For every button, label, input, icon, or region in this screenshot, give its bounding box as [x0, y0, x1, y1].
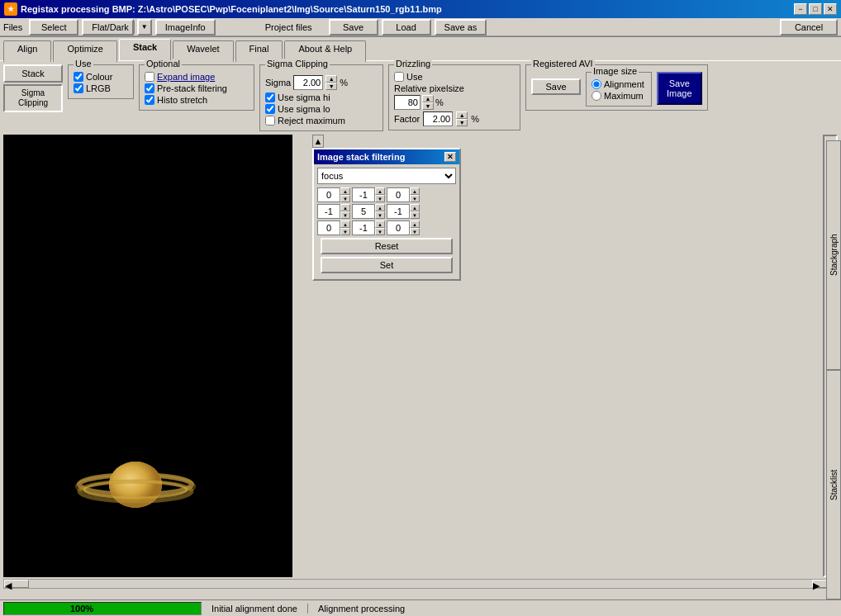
expand-image-checkbox[interactable]: [145, 72, 154, 82]
use-sigma-hi-label: Use sigma hi: [278, 92, 330, 102]
matrix-input-2-2[interactable]: [387, 220, 410, 235]
factor-label: Factor: [394, 114, 420, 124]
matrix-input-2-1[interactable]: [352, 220, 375, 235]
use-sigma-lo-label: Use sigma lo: [278, 104, 330, 114]
sigma-clipping-button[interactable]: Sigma Clipping: [3, 84, 63, 112]
stack-sidebar: Stack Sigma Clipping: [3, 64, 63, 112]
reject-maximum-label: Reject maximum: [278, 116, 345, 126]
matrix-spin-up-1-2[interactable]: ▲: [410, 204, 420, 211]
stackgraph-tab[interactable]: Stackgraph: [826, 140, 841, 370]
alignment-radio[interactable]: [592, 79, 601, 89]
matrix-spin-up-1-0[interactable]: ▲: [340, 204, 350, 211]
drizzling-use-checkbox[interactable]: [394, 72, 404, 82]
matrix-input-2-0[interactable]: [317, 220, 340, 235]
sigma-clipping-title: Sigma Clipping: [265, 59, 330, 69]
matrix-spin-down-2-2[interactable]: ▼: [410, 228, 420, 235]
close-button[interactable]: ✕: [824, 3, 837, 15]
sigma-up[interactable]: ▲: [325, 75, 337, 83]
matrix-input-1-2[interactable]: [387, 204, 410, 219]
filter-type-select[interactable]: focus sharpen blur custom: [317, 168, 456, 184]
matrix-cell-1-2: ▲ ▼: [387, 204, 420, 219]
matrix-cell-1-1: ▲ ▼: [352, 204, 385, 219]
matrix-spin-up-1-1[interactable]: ▲: [375, 204, 385, 211]
matrix-spin-up-2-2[interactable]: ▲: [410, 220, 420, 228]
sigma-value-input[interactable]: 2.00: [293, 75, 323, 90]
flat-dark-dropdown[interactable]: ▼: [137, 19, 152, 36]
sigma-label: Sigma: [265, 78, 291, 88]
use-sigma-lo-checkbox[interactable]: [265, 104, 275, 114]
matrix-spin-down-2-0[interactable]: ▼: [340, 228, 350, 235]
load-button[interactable]: Load: [382, 19, 431, 36]
tab-stack[interactable]: Stack: [119, 39, 171, 60]
matrix-spin-up-0-0[interactable]: ▲: [340, 187, 350, 195]
matrix-input-0-2[interactable]: [387, 187, 410, 202]
matrix-spin-down-0-1[interactable]: ▼: [375, 195, 385, 202]
pixelsize-down[interactable]: ▼: [422, 102, 434, 110]
files-label: Files: [3, 22, 22, 32]
pixelsize-up[interactable]: ▲: [422, 95, 434, 102]
saturn-image: [69, 445, 202, 511]
pixelsize-percent: %: [435, 97, 444, 107]
histo-checkbox[interactable]: [145, 95, 154, 105]
matrix-spin-2-1: ▲ ▼: [375, 220, 385, 235]
factor-down[interactable]: ▼: [456, 119, 468, 126]
matrix-spin-0-1: ▲ ▼: [375, 187, 385, 202]
use-group-title: Use: [74, 59, 93, 69]
minimize-button[interactable]: −: [794, 3, 807, 15]
save-button[interactable]: Save: [329, 19, 378, 36]
scroll-left-arrow[interactable]: ◀: [4, 580, 29, 588]
right-panel: ▲ Image stack filtering ✕ focus sharpen …: [296, 135, 838, 577]
maximum-radio[interactable]: [592, 91, 601, 101]
matrix-spin-down-0-2[interactable]: ▼: [410, 195, 420, 202]
matrix-spin-down-1-1[interactable]: ▼: [375, 211, 385, 219]
sigma-down[interactable]: ▼: [325, 83, 337, 90]
maximize-button[interactable]: □: [809, 3, 822, 15]
title-bar: ★ Registax processing BMP: Z:\Astro\POSE…: [0, 0, 841, 18]
project-files-label: Project files: [265, 22, 312, 32]
matrix-spin-0-0: ▲ ▼: [340, 187, 350, 202]
filter-close-button[interactable]: ✕: [444, 152, 456, 162]
save-as-button[interactable]: Save as: [435, 19, 487, 36]
matrix-spin-1-1: ▲ ▼: [375, 204, 385, 219]
horizontal-scrollbar[interactable]: ◀ ▶: [3, 579, 838, 589]
tab-bar: Align Optimize Stack Wavelet Final About…: [0, 37, 841, 60]
stacklist-tab[interactable]: Stacklist: [826, 370, 841, 599]
matrix-cell-1-0: ▲ ▼: [317, 204, 350, 219]
prestack-checkbox[interactable]: [145, 83, 154, 93]
matrix-spin-down-1-0[interactable]: ▼: [340, 211, 350, 219]
popup-scroll-up[interactable]: ▲: [312, 135, 324, 148]
sigma-spinner[interactable]: ▲ ▼: [325, 75, 337, 90]
matrix-input-0-1[interactable]: [352, 187, 375, 202]
matrix-spin-down-1-2[interactable]: ▼: [410, 211, 420, 219]
matrix-spin-down-0-0[interactable]: ▼: [340, 195, 350, 202]
matrix-spin-up-2-0[interactable]: ▲: [340, 220, 350, 228]
tab-wavelet[interactable]: Wavelet: [173, 40, 233, 62]
use-sigma-hi-checkbox[interactable]: [265, 92, 275, 102]
registered-avi-save-button[interactable]: Save: [531, 78, 581, 95]
matrix-input-0-0[interactable]: [317, 187, 340, 202]
select-button[interactable]: Select: [29, 19, 78, 36]
colour-label: Colour: [86, 72, 112, 82]
pixelsize-input[interactable]: [394, 95, 420, 110]
matrix-spin-up-2-1[interactable]: ▲: [375, 220, 385, 228]
lrgb-checkbox[interactable]: [74, 83, 83, 93]
filter-reset-button[interactable]: Reset: [321, 238, 453, 254]
colour-checkbox[interactable]: [74, 72, 83, 82]
cancel-button[interactable]: Cancel: [780, 19, 838, 36]
stack-button[interactable]: Stack: [3, 64, 63, 83]
tab-align[interactable]: Align: [3, 40, 51, 62]
flat-dark-button[interactable]: Flat/Dark: [82, 19, 134, 36]
image-info-button[interactable]: ImageInfo: [155, 19, 216, 36]
matrix-input-1-1[interactable]: [352, 204, 375, 219]
factor-up[interactable]: ▲: [456, 111, 468, 119]
filter-set-button[interactable]: Set: [321, 257, 453, 273]
factor-input[interactable]: [423, 111, 453, 126]
pixelsize-spinner[interactable]: ▲ ▼: [422, 95, 434, 110]
matrix-input-1-0[interactable]: [317, 204, 340, 219]
factor-spinner[interactable]: ▲ ▼: [456, 111, 468, 126]
matrix-spin-up-0-1[interactable]: ▲: [375, 187, 385, 195]
reject-maximum-checkbox[interactable]: [265, 116, 275, 126]
matrix-spin-up-0-2[interactable]: ▲: [410, 187, 420, 195]
matrix-spin-down-2-1[interactable]: ▼: [375, 228, 385, 235]
save-image-button[interactable]: Save Image: [657, 72, 702, 105]
